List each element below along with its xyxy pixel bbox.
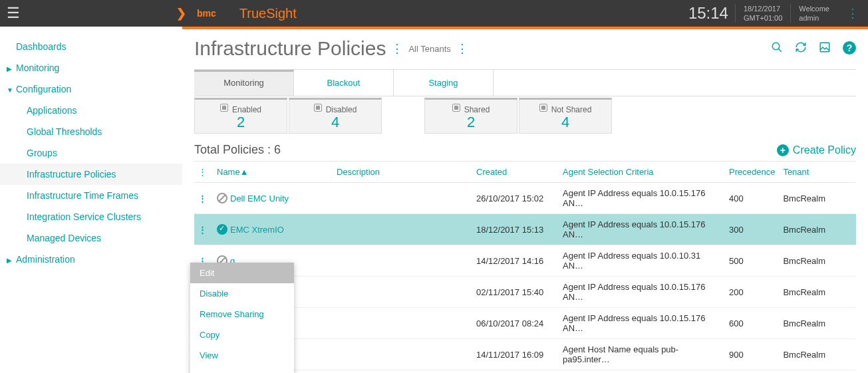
menu-item-edit[interactable]: Edit: [190, 263, 294, 283]
header-actions-icon[interactable]: ⋮: [837, 7, 868, 21]
sidebar: Dashboards ▶Monitoring ▼Configuration Ap…: [0, 29, 182, 373]
welcome-user: admin: [799, 13, 829, 23]
sidebar-item-dashboards[interactable]: Dashboards: [0, 36, 182, 57]
header-tz-value: GMT+01:00: [744, 13, 782, 23]
policy-created: 26/10/2017 15:02: [472, 183, 559, 214]
page-actions: ?: [771, 41, 856, 57]
policy-created: 02/11/2017 15:40: [472, 277, 559, 308]
policy-tenant: BmcRealm: [779, 308, 856, 339]
policy-tabs: Monitoring Blackout Staging: [194, 69, 856, 96]
header-date-value: 18/12/2017: [744, 4, 782, 13]
column-name[interactable]: Name▲: [213, 162, 333, 183]
row-actions-icon[interactable]: ⋮: [198, 225, 209, 235]
totals-row: Total Policies : 6 + Create Policy: [194, 143, 856, 157]
sidebar-item-applications[interactable]: Applications: [0, 100, 182, 121]
policy-description: [333, 245, 472, 277]
create-policy-button[interactable]: + Create Policy: [777, 144, 856, 156]
policy-created: 18/12/2017 15:13: [472, 214, 559, 245]
header-welcome: Welcome admin: [790, 4, 837, 23]
tenant-filter-menu-icon[interactable]: ⋮: [456, 42, 468, 56]
sidebar-item-monitoring[interactable]: ▶Monitoring: [0, 57, 182, 78]
status-icon: [217, 193, 227, 203]
column-precedence[interactable]: Precedence: [725, 162, 779, 183]
menu-toggle-icon[interactable]: ☰: [0, 0, 27, 27]
menu-item-view-applicable-agents[interactable]: View Applicable Agents: [190, 366, 294, 373]
brand-product-text: TrueSight: [239, 6, 297, 21]
sidebar-item-integration-service-clusters[interactable]: Integration Service Clusters: [0, 206, 182, 227]
sidebar-item-infrastructure-time-frames[interactable]: Infrastructure Time Frames: [0, 185, 182, 206]
policy-precedence: 400: [725, 183, 779, 214]
tenant-filter-label[interactable]: All Tenants: [408, 44, 450, 54]
policy-description: [333, 214, 472, 245]
policy-description: [333, 277, 472, 308]
checkbox-icon: [539, 104, 547, 112]
svg-point-0: [772, 43, 780, 50]
policy-created: 14/12/2017 14:16: [472, 245, 559, 277]
column-created[interactable]: Created: [472, 162, 559, 183]
policy-created: 06/10/2017 08:24: [472, 308, 559, 339]
menu-item-view[interactable]: View: [190, 345, 294, 366]
policy-tenant: BmcRealm: [779, 245, 856, 277]
sidebar-item-administration[interactable]: ▶Administration: [0, 249, 182, 270]
filter-disabled[interactable]: Disabled 4: [289, 98, 382, 134]
policy-tenant: BmcRealm: [779, 183, 856, 214]
brand-block: ❯ bmc TrueSight: [176, 6, 297, 21]
tab-monitoring[interactable]: Monitoring: [194, 70, 294, 96]
sidebar-item-groups[interactable]: Groups: [0, 142, 182, 164]
filter-not-shared[interactable]: Not Shared 4: [519, 98, 612, 134]
policy-name[interactable]: EMC XtremIO: [230, 225, 284, 235]
sidebar-item-managed-devices[interactable]: Managed Devices: [0, 227, 182, 249]
welcome-label: Welcome: [799, 4, 829, 13]
status-icon: [217, 224, 227, 235]
help-icon[interactable]: ?: [843, 41, 856, 55]
brand-bmc-text: bmc: [197, 8, 216, 19]
policy-precedence: 200: [725, 277, 779, 308]
page-title: Infrastructure Policies: [194, 37, 386, 60]
sidebar-item-configuration[interactable]: ▼Configuration: [0, 78, 182, 100]
filter-shared[interactable]: Shared 2: [424, 98, 517, 134]
table-row[interactable]: ⋮EMC XtremIO18/12/2017 15:13Agent IP Add…: [194, 214, 856, 245]
sidebar-item-global-thresholds[interactable]: Global Thresholds: [0, 121, 182, 142]
refresh-icon[interactable]: [795, 41, 807, 57]
column-description[interactable]: Description: [333, 162, 472, 183]
filter-enabled[interactable]: Enabled 2: [194, 98, 287, 134]
policy-criteria: Agent IP Address equals 10.0.15.176 AN…: [559, 214, 725, 245]
tab-blackout[interactable]: Blackout: [294, 70, 394, 96]
policy-criteria: Agent IP Address equals 10.0.15.176 AN…: [559, 277, 725, 308]
policy-tenant: BmcRealm: [779, 339, 856, 370]
svg-rect-2: [820, 43, 829, 52]
policy-precedence: 300: [725, 214, 779, 245]
policy-description: [333, 339, 472, 370]
policy-tenant: BmcRealm: [779, 277, 856, 308]
plus-icon: +: [777, 144, 789, 156]
policy-tenant: BmcRealm: [779, 214, 856, 245]
menu-item-remove-sharing[interactable]: Remove Sharing: [190, 304, 294, 324]
image-icon[interactable]: [819, 41, 831, 57]
policy-criteria: Agent Host Name equals pub-pa95.inter…: [559, 339, 725, 370]
row-actions-icon[interactable]: ⋮: [198, 193, 209, 203]
checkbox-icon: [314, 104, 322, 112]
page-title-menu-icon[interactable]: ⋮: [391, 42, 403, 56]
menu-item-disable[interactable]: Disable: [190, 283, 294, 304]
svg-line-1: [778, 49, 782, 52]
header-date: 18/12/2017 GMT+01:00: [735, 4, 790, 23]
header-clock: 15:14: [682, 4, 735, 23]
page-titlebar: Infrastructure Policies ⋮ All Tenants ⋮ …: [194, 37, 856, 60]
search-icon[interactable]: [771, 41, 783, 57]
menu-item-copy[interactable]: Copy: [190, 324, 294, 345]
policy-created: 14/11/2017 16:09: [472, 339, 559, 370]
filter-bar: Enabled 2 Disabled 4 Shared 2 Not Shared…: [194, 98, 856, 134]
column-tenant[interactable]: Tenant: [779, 162, 856, 183]
policy-precedence: 900: [725, 339, 779, 370]
column-criteria[interactable]: Agent Selection Criteria: [559, 162, 725, 183]
policy-description: [333, 308, 472, 339]
table-row[interactable]: ⋮Dell EMC Unity26/10/2017 15:02Agent IP …: [194, 183, 856, 214]
column-actions[interactable]: ⋮: [194, 162, 213, 183]
policy-precedence: 500: [725, 245, 779, 277]
sidebar-item-infrastructure-policies[interactable]: Infrastructure Policies: [0, 164, 182, 185]
policy-name[interactable]: Dell EMC Unity: [230, 193, 289, 203]
policy-criteria: Agent IP Address equals 10.0.15.176 AN…: [559, 308, 725, 339]
main-content: Infrastructure Policies ⋮ All Tenants ⋮ …: [182, 29, 868, 373]
policy-criteria: Agent IP Address equals 10.0.10.31 AN…: [559, 245, 725, 277]
tab-staging[interactable]: Staging: [394, 70, 494, 96]
